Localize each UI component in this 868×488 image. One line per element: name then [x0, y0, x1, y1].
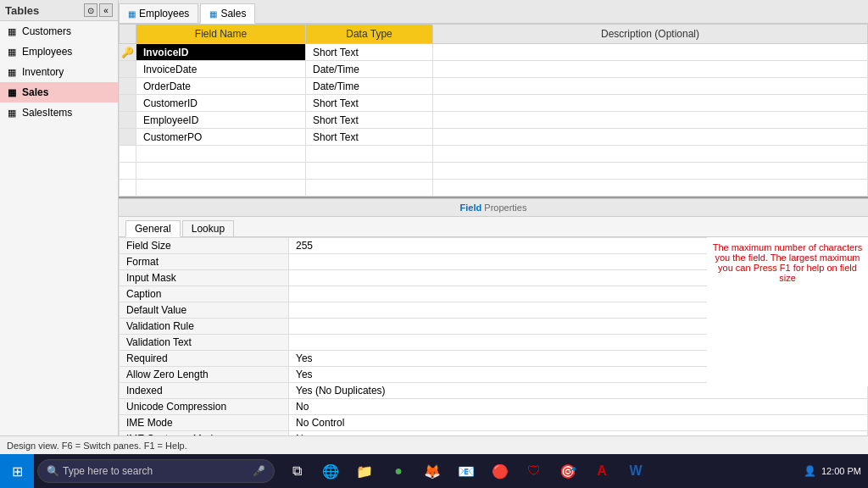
prop-name: Default Value	[120, 302, 289, 319]
table-row-empty[interactable]	[120, 180, 868, 197]
sidebar-label-sales: Sales	[22, 86, 48, 98]
desc-invoiceid[interactable]	[433, 44, 868, 61]
table-row[interactable]: EmployeeID Short Text	[120, 112, 868, 129]
taskbar: ⊞ 🔍 Type here to search 🎤 ⧉ 🌐 📁 ● 🦊 📧 🔴 …	[0, 454, 868, 488]
col-header-description: Description (Optional)	[433, 25, 868, 44]
tab-general[interactable]: General	[125, 220, 181, 237]
field-name-customerid[interactable]: CustomerID	[136, 95, 306, 112]
tray-icon-person: 👤	[804, 465, 816, 477]
status-text: Design view. F6 = Switch panes. F1 = Hel…	[7, 441, 187, 451]
field-name-customerpo[interactable]: CustomerPO	[136, 129, 306, 146]
taskbar-icon-mail[interactable]: 📧	[451, 454, 481, 488]
taskbar-icon-access[interactable]: A	[587, 454, 617, 488]
start-button[interactable]: ⊞	[0, 454, 34, 488]
sidebar-item-inventory[interactable]: ▦ Inventory	[0, 62, 118, 82]
row-indicator	[120, 129, 136, 146]
taskbar-icon-red[interactable]: 🔴	[485, 454, 515, 488]
table-row-empty[interactable]	[120, 163, 868, 180]
prop-name: Required	[120, 351, 289, 367]
taskbar-icon-explorer[interactable]: 📁	[349, 454, 380, 488]
taskbar-icon-edge[interactable]: 🌐	[315, 454, 346, 488]
prop-name: Field Size	[120, 238, 289, 254]
desc-employeeid[interactable]	[433, 112, 868, 129]
props-row[interactable]: IME ModeNo Control	[120, 415, 868, 431]
desc-orderdate[interactable]	[433, 78, 868, 95]
row-indicator	[120, 61, 136, 78]
prop-value[interactable]: No Control	[289, 415, 868, 431]
field-name-invoiceid[interactable]: InvoiceID	[136, 44, 306, 61]
tab-sales-icon: ▦	[209, 9, 217, 19]
table-row[interactable]: CustomerID Short Text	[120, 95, 868, 112]
microphone-icon: 🎤	[253, 465, 265, 477]
search-placeholder: Type here to search	[63, 465, 153, 477]
tab-employees[interactable]: ▦ Employees	[119, 3, 198, 23]
taskbar-icon-firefox[interactable]: 🦊	[417, 454, 448, 488]
table-icon-inventory: ▦	[5, 65, 19, 79]
table-row[interactable]: OrderDate Date/Time	[120, 78, 868, 95]
tab-employees-icon: ▦	[128, 9, 136, 19]
field-name-employeeid[interactable]: EmployeeID	[136, 112, 306, 129]
sidebar-label-inventory: Inventory	[22, 66, 64, 78]
data-type-invoicedate[interactable]: Date/Time	[306, 61, 433, 78]
sidebar-item-customers[interactable]: ▦ Customers	[0, 21, 118, 42]
tab-sales[interactable]: ▦ Sales	[200, 3, 255, 24]
key-icon: 🔑	[121, 47, 134, 58]
field-name-orderdate[interactable]: OrderDate	[136, 78, 306, 95]
props-tabs: General Lookup	[119, 217, 868, 237]
sidebar-label-salesitems: SalesItems	[22, 107, 72, 119]
data-type-customerid[interactable]: Short Text	[306, 95, 433, 112]
taskbar-icon-word[interactable]: W	[620, 454, 651, 488]
data-type-orderdate[interactable]: Date/Time	[306, 78, 433, 95]
table-row[interactable]: InvoiceDate Date/Time	[120, 61, 868, 78]
field-name-invoicedate[interactable]: InvoiceDate	[136, 61, 306, 78]
prop-name: Format	[120, 254, 289, 270]
sidebar-controls: ⊙ «	[84, 3, 113, 17]
taskbar-icon-taskview[interactable]: ⧉	[281, 454, 312, 488]
table-row[interactable]: CustomerPO Short Text	[120, 129, 868, 146]
side-note: The maximum number of characters you the…	[707, 237, 868, 386]
desc-invoicedate[interactable]	[433, 61, 868, 78]
prop-name: Validation Text	[120, 335, 289, 351]
table-row[interactable]: 🔑 InvoiceID Short Text	[120, 44, 868, 61]
sidebar-item-salesitems[interactable]: ▦ SalesItems	[0, 103, 118, 123]
table-icon-customers: ▦	[5, 25, 19, 38]
prop-name: Unicode Compression	[120, 399, 289, 415]
prop-name: Allow Zero Length	[120, 367, 289, 383]
prop-name: Validation Rule	[120, 319, 289, 335]
tab-lookup[interactable]: Lookup	[182, 220, 234, 236]
taskbar-search[interactable]: 🔍 Type here to search 🎤	[37, 459, 275, 483]
col-header-fieldname: Field Name	[136, 25, 306, 44]
sidebar-menu-btn[interactable]: ⊙	[84, 3, 97, 17]
prop-value[interactable]: No	[289, 399, 868, 415]
taskbar-icon-shield[interactable]: 🛡	[519, 454, 549, 488]
sidebar-title: Tables	[5, 4, 39, 17]
table-row-empty[interactable]	[120, 146, 868, 163]
design-view: Field Name Data Type Description (Option…	[119, 24, 868, 454]
taskbar-tray: 👤 12:00 PM	[804, 465, 868, 477]
taskbar-icons: ⧉ 🌐 📁 ● 🦊 📧 🔴 🛡 🎯 A W	[281, 454, 651, 488]
props-row[interactable]: Unicode CompressionNo	[120, 399, 868, 415]
side-note-text: The maximum number of characters you the…	[713, 242, 863, 283]
sidebar-item-employees[interactable]: ▦ Employees	[0, 42, 118, 62]
tab-employees-label: Employees	[139, 8, 189, 19]
status-bar: Design view. F6 = Switch panes. F1 = Hel…	[0, 435, 868, 454]
sidebar-item-sales[interactable]: ▦ Sales	[0, 82, 118, 103]
field-table: Field Name Data Type Description (Option…	[119, 24, 868, 198]
desc-customerpo[interactable]	[433, 129, 868, 146]
field-props-label: Field Properties	[119, 198, 868, 217]
table-icon-employees: ▦	[5, 45, 19, 58]
props-label-text: Properties	[484, 202, 526, 213]
pk-indicator: 🔑	[120, 44, 136, 61]
props-table-wrap: Field Size255FormatInput MaskCaptionDefa…	[119, 237, 868, 454]
taskbar-icon-chrome[interactable]: ●	[383, 454, 414, 488]
col-header-datatype: Data Type	[306, 25, 433, 44]
prop-name: Input Mask	[120, 270, 289, 286]
sidebar-label-customers: Customers	[22, 25, 71, 37]
sidebar-collapse-btn[interactable]: «	[99, 3, 113, 17]
data-type-invoiceid[interactable]: Short Text	[306, 44, 433, 61]
data-type-employeeid[interactable]: Short Text	[306, 112, 433, 129]
taskbar-icon-paint[interactable]: 🎯	[553, 454, 583, 488]
desc-customerid[interactable]	[433, 95, 868, 112]
data-type-customerpo[interactable]: Short Text	[306, 129, 433, 146]
prop-name: Indexed	[120, 383, 289, 399]
